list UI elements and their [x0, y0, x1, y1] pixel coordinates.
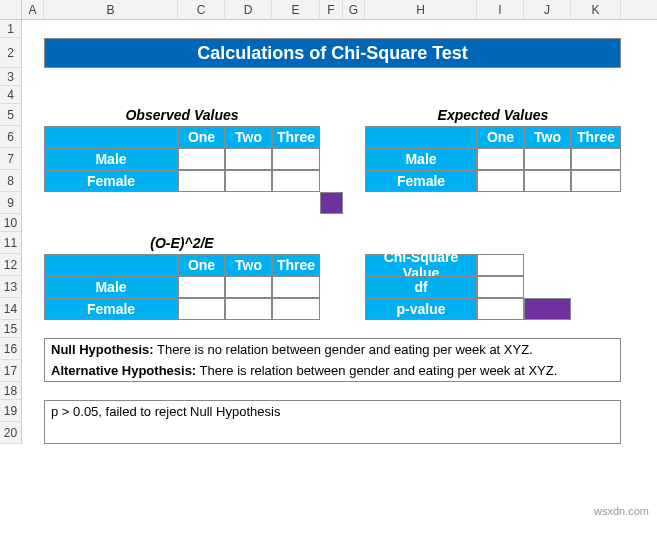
- observed-values-title: Observed Values: [44, 104, 320, 126]
- row-4[interactable]: 4: [0, 86, 21, 104]
- row-19[interactable]: 19: [0, 400, 21, 422]
- conclusion-row-2[interactable]: [44, 422, 621, 444]
- observed-row-male[interactable]: Male: [44, 148, 178, 170]
- row-10[interactable]: 10: [0, 214, 21, 232]
- sheet-corner[interactable]: [0, 0, 22, 20]
- df-value[interactable]: [477, 276, 524, 298]
- expected-values-title: Expected Values: [365, 104, 621, 126]
- row-headers: 1 2 3 4 5 6 7 8 9 10 11 12 13 14 15 16 1…: [0, 20, 22, 444]
- row-11[interactable]: 11: [0, 232, 21, 254]
- expected-row-male[interactable]: Male: [365, 148, 477, 170]
- null-hypothesis-text: There is no relation between gender and …: [154, 342, 533, 357]
- df-label[interactable]: df: [365, 276, 477, 298]
- observed-male-two[interactable]: [225, 148, 272, 170]
- column-headers: A B C D E F G H I J K: [22, 0, 657, 20]
- row-13[interactable]: 13: [0, 276, 21, 298]
- row-12[interactable]: 12: [0, 254, 21, 276]
- null-hypothesis-label: Null Hypothesis:: [51, 342, 154, 357]
- highlight-cell-j14[interactable]: [524, 298, 571, 320]
- oe-male-two[interactable]: [225, 276, 272, 298]
- row-18[interactable]: 18: [0, 382, 21, 400]
- expected-male-two[interactable]: [524, 148, 571, 170]
- col-E[interactable]: E: [272, 0, 320, 20]
- chisq-label[interactable]: Chi-Square Value: [365, 254, 477, 276]
- row-15[interactable]: 15: [0, 320, 21, 338]
- row-5[interactable]: 5: [0, 104, 21, 126]
- row-6[interactable]: 6: [0, 126, 21, 148]
- conclusion-text: p > 0.05, failed to reject Null Hypothes…: [51, 404, 280, 419]
- worksheet-grid: Calculations of Chi-Square Test Observed…: [22, 20, 621, 444]
- row-3[interactable]: 3: [0, 68, 21, 86]
- conclusion-row[interactable]: p > 0.05, failed to reject Null Hypothes…: [44, 400, 621, 422]
- observed-corner[interactable]: [44, 126, 178, 148]
- observed-col-one[interactable]: One: [178, 126, 225, 148]
- row-9[interactable]: 9: [0, 192, 21, 214]
- oe-male-three[interactable]: [272, 276, 320, 298]
- row-8[interactable]: 8: [0, 170, 21, 192]
- observed-female-two[interactable]: [225, 170, 272, 192]
- col-K[interactable]: K: [571, 0, 621, 20]
- watermark: wsxdn.com: [594, 505, 649, 517]
- row-17[interactable]: 17: [0, 360, 21, 382]
- col-F[interactable]: F: [320, 0, 343, 20]
- oe-row-male[interactable]: Male: [44, 276, 178, 298]
- expected-col-one[interactable]: One: [477, 126, 524, 148]
- page-title: Calculations of Chi-Square Test: [44, 38, 621, 68]
- col-I[interactable]: I: [477, 0, 524, 20]
- alt-hypothesis-text: There is relation between gender and eat…: [196, 363, 557, 378]
- col-C[interactable]: C: [178, 0, 225, 20]
- observed-female-three[interactable]: [272, 170, 320, 192]
- expected-row-female[interactable]: Female: [365, 170, 477, 192]
- oe-col-three[interactable]: Three: [272, 254, 320, 276]
- row-14[interactable]: 14: [0, 298, 21, 320]
- null-hypothesis-row[interactable]: Null Hypothesis: There is no relation be…: [44, 338, 621, 360]
- oe-female-three[interactable]: [272, 298, 320, 320]
- alt-hypothesis-label: Alternative Hypothesis:: [51, 363, 196, 378]
- expected-col-three[interactable]: Three: [571, 126, 621, 148]
- pvalue-value[interactable]: [477, 298, 524, 320]
- oe-female-two[interactable]: [225, 298, 272, 320]
- expected-female-two[interactable]: [524, 170, 571, 192]
- chisq-value[interactable]: [477, 254, 524, 276]
- col-D[interactable]: D: [225, 0, 272, 20]
- oe-col-two[interactable]: Two: [225, 254, 272, 276]
- col-B[interactable]: B: [44, 0, 178, 20]
- col-G[interactable]: G: [343, 0, 365, 20]
- col-H[interactable]: H: [365, 0, 477, 20]
- col-overflow: [621, 0, 657, 20]
- row-1[interactable]: 1: [0, 20, 21, 38]
- row-16[interactable]: 16: [0, 338, 21, 360]
- observed-row-female[interactable]: Female: [44, 170, 178, 192]
- expected-male-three[interactable]: [571, 148, 621, 170]
- observed-col-two[interactable]: Two: [225, 126, 272, 148]
- observed-male-three[interactable]: [272, 148, 320, 170]
- observed-male-one[interactable]: [178, 148, 225, 170]
- col-A[interactable]: A: [22, 0, 44, 20]
- row-20[interactable]: 20: [0, 422, 21, 444]
- expected-female-three[interactable]: [571, 170, 621, 192]
- row-2[interactable]: 2: [0, 38, 21, 68]
- highlight-cell-f9[interactable]: [320, 192, 343, 214]
- expected-female-one[interactable]: [477, 170, 524, 192]
- observed-female-one[interactable]: [178, 170, 225, 192]
- observed-col-three[interactable]: Three: [272, 126, 320, 148]
- expected-col-two[interactable]: Two: [524, 126, 571, 148]
- col-J[interactable]: J: [524, 0, 571, 20]
- oe-col-one[interactable]: One: [178, 254, 225, 276]
- expected-corner[interactable]: [365, 126, 477, 148]
- row-7[interactable]: 7: [0, 148, 21, 170]
- oe-squared-title: (O-E)^2/E: [44, 232, 320, 254]
- pvalue-label[interactable]: p-value: [365, 298, 477, 320]
- oe-male-one[interactable]: [178, 276, 225, 298]
- oe-corner[interactable]: [44, 254, 178, 276]
- oe-row-female[interactable]: Female: [44, 298, 178, 320]
- expected-male-one[interactable]: [477, 148, 524, 170]
- alt-hypothesis-row[interactable]: Alternative Hypothesis: There is relatio…: [44, 360, 621, 382]
- oe-female-one[interactable]: [178, 298, 225, 320]
